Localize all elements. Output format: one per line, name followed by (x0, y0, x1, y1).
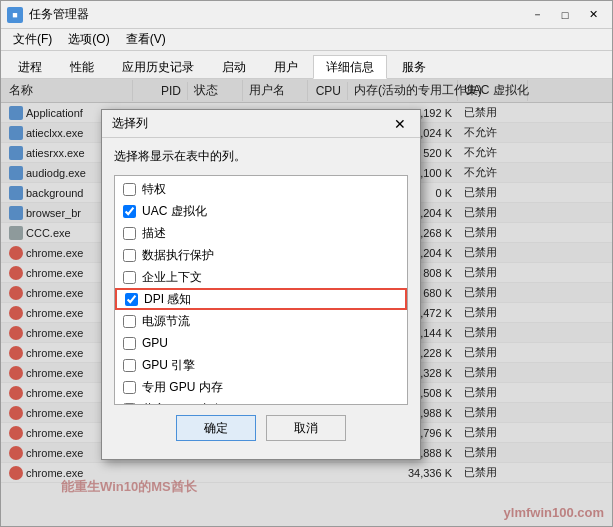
checkbox-item[interactable]: GPU 引擎 (115, 354, 407, 376)
tab-performance[interactable]: 性能 (57, 55, 107, 78)
close-button[interactable]: ✕ (580, 5, 606, 25)
checkbox-item[interactable]: UAC 虚拟化 (115, 200, 407, 222)
checkbox-label: 专用 GPU 内存 (142, 379, 223, 396)
tab-processes[interactable]: 进程 (5, 55, 55, 78)
confirm-button[interactable]: 确定 (176, 415, 256, 441)
checkbox-input[interactable] (123, 403, 136, 406)
checkbox-label: GPU 引擎 (142, 357, 195, 374)
minimize-button[interactable]: － (524, 5, 550, 25)
checkbox-input[interactable] (123, 205, 136, 218)
checkbox-label: GPU (142, 336, 168, 350)
checkbox-item[interactable]: 特权 (115, 178, 407, 200)
checkbox-label: 描述 (142, 225, 166, 242)
checkbox-list: 特权 UAC 虚拟化 描述 数据执行保护 企业上下文 DPI 感知 电源节流 G… (114, 175, 408, 405)
checkbox-item[interactable]: DPI 感知 (115, 288, 407, 310)
tab-details[interactable]: 详细信息 (313, 55, 387, 79)
task-manager-window: ■ 任务管理器 － □ ✕ 文件(F) 选项(O) 查看(V) 进程 性能 应用… (0, 0, 613, 527)
checkbox-label: 共享 GPU 内存 (142, 401, 223, 406)
checkbox-item[interactable]: GPU (115, 332, 407, 354)
checkbox-input[interactable] (123, 271, 136, 284)
checkbox-label: DPI 感知 (144, 291, 191, 308)
dialog-title-bar: 选择列 ✕ (102, 110, 420, 138)
checkbox-label: 电源节流 (142, 313, 190, 330)
app-icon: ■ (7, 7, 23, 23)
checkbox-label: UAC 虚拟化 (142, 203, 207, 220)
menu-file[interactable]: 文件(F) (5, 29, 60, 50)
checkbox-label: 特权 (142, 181, 166, 198)
checkbox-input[interactable] (123, 381, 136, 394)
dialog-description: 选择将显示在表中的列。 (114, 148, 408, 165)
window-title: 任务管理器 (29, 6, 89, 23)
tab-services[interactable]: 服务 (389, 55, 439, 78)
checkbox-item[interactable]: 企业上下文 (115, 266, 407, 288)
checkbox-item[interactable]: 描述 (115, 222, 407, 244)
checkbox-input[interactable] (123, 227, 136, 240)
tab-app-history[interactable]: 应用历史记录 (109, 55, 207, 78)
window-controls: － □ ✕ (524, 5, 606, 25)
checkbox-input[interactable] (123, 337, 136, 350)
checkbox-input[interactable] (125, 293, 138, 306)
maximize-button[interactable]: □ (552, 5, 578, 25)
checkbox-input[interactable] (123, 249, 136, 262)
tab-users[interactable]: 用户 (261, 55, 311, 78)
checkbox-label: 企业上下文 (142, 269, 202, 286)
tab-startup[interactable]: 启动 (209, 55, 259, 78)
checkbox-input[interactable] (123, 183, 136, 196)
checkbox-item[interactable]: 共享 GPU 内存 (115, 398, 407, 405)
checkbox-input[interactable] (123, 315, 136, 328)
menu-view[interactable]: 查看(V) (118, 29, 174, 50)
dialog-body: 选择将显示在表中的列。 特权 UAC 虚拟化 描述 数据执行保护 企业上下文 D… (102, 138, 420, 459)
menu-options[interactable]: 选项(O) (60, 29, 117, 50)
checkbox-label: 数据执行保护 (142, 247, 214, 264)
table-area: 名称 PID 状态 用户名 CPU 内存(活动的专用工作集) UAC 虚拟化 A… (1, 79, 612, 526)
menu-bar: 文件(F) 选项(O) 查看(V) (1, 29, 612, 51)
dialog-close-button[interactable]: ✕ (390, 115, 410, 133)
dialog-title-text: 选择列 (112, 115, 390, 132)
cancel-button[interactable]: 取消 (266, 415, 346, 441)
dialog-buttons: 确定 取消 (114, 405, 408, 449)
tab-bar: 进程 性能 应用历史记录 启动 用户 详细信息 服务 (1, 51, 612, 79)
select-columns-dialog: 选择列 ✕ 选择将显示在表中的列。 特权 UAC 虚拟化 描述 数据执行保护 企… (101, 109, 421, 460)
checkbox-input[interactable] (123, 359, 136, 372)
title-bar: ■ 任务管理器 － □ ✕ (1, 1, 612, 29)
checkbox-item[interactable]: 电源节流 (115, 310, 407, 332)
checkbox-item[interactable]: 专用 GPU 内存 (115, 376, 407, 398)
checkbox-item[interactable]: 数据执行保护 (115, 244, 407, 266)
